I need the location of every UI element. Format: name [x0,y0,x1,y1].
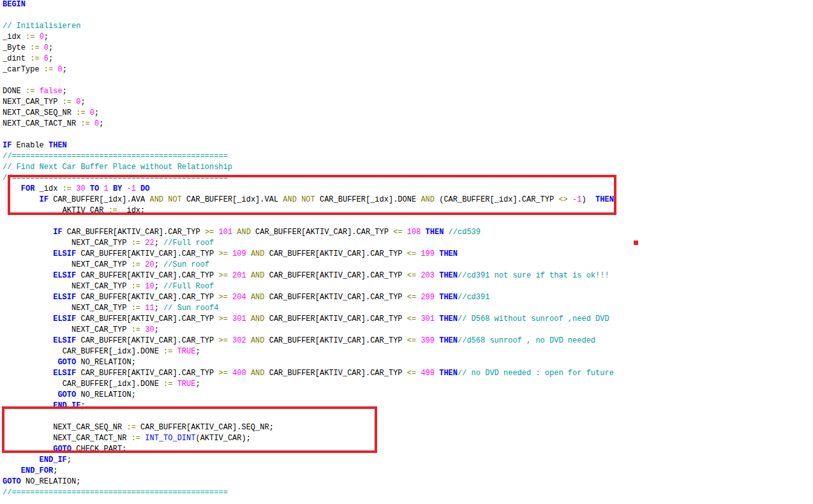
code-token: ELSIF [53,249,76,258]
code-token: NEXT_CAR_TYP [71,304,131,313]
code-token: CAR_BUFFER[AKTIV_CAR].CAR_TYP [76,369,218,378]
code-token: ; [99,119,103,128]
code-token: false [40,87,63,96]
code-token: 11 [145,304,154,313]
code-line: _idx := 0; [3,32,614,43]
code-token [40,54,44,63]
code-token [444,228,448,237]
code-token: //Sun roof [163,260,209,269]
code-token: //======================================… [3,152,228,161]
code-token: // Initialisieren [3,22,80,31]
code-token [228,336,232,345]
code-token: AND [251,315,265,323]
code-token: 6 [44,54,48,63]
code-token: GOTO [3,477,21,486]
code-token: ELSIF [53,315,76,323]
code-token: NEXT_CAR_TYP [3,98,63,107]
code-token: 400 [232,369,246,378]
code-token: ; [195,347,200,356]
code-token: //cd539 [449,228,481,237]
code-token: IF [3,141,11,150]
code-token: THEN [426,228,444,237]
code-token [228,271,232,280]
code-token: THEN [439,315,458,323]
code-token: 0 [57,65,62,74]
code-line: GOTO NO_RELATION; [3,477,614,487]
code-token: := [131,239,140,248]
code-line: ELSIF CAR_BUFFER[AKTIV_CAR].CAR_TYP >= 3… [3,314,614,325]
code-line: // Find Next Car Buffer Place without Re… [3,162,614,173]
code-token: THEN [439,293,458,302]
code-token: _carType [3,65,44,74]
code-token: AND [251,336,265,345]
code-token: CAR_BUFFER[AKTIV_CAR].CAR_TYP [76,336,218,345]
code-token [90,119,94,128]
code-token [86,108,90,117]
code-line: //======================================… [3,151,614,162]
code-token: //cd391 not sure if that is ok!!! [458,271,609,280]
code-line: NEXT_CAR_TYP := 30; [3,325,614,336]
code-token: 399 [421,336,435,345]
code-token: 204 [232,293,246,302]
code-token: 299 [421,293,435,302]
code-token: //Full roof [163,239,214,248]
code-token: <= [407,293,416,302]
code-token: 201 [232,271,246,280]
code-token: CAR_BUFFER[AKTIV_CAR].CAR_TYP [265,293,407,302]
code-line: CAR_BUFFER[_idx].DONE := TRUE; [3,379,614,390]
code-token: NEXT_CAR_TYP [71,325,131,334]
code-token: 0 [90,108,94,117]
code-token [34,33,39,41]
code-token [246,336,251,345]
code-token: 199 [421,249,435,258]
code-token: // Sun roof4 [163,304,218,313]
code-token: ; [53,466,57,475]
code-token: GOTO [57,390,76,399]
code-token: <= [393,228,402,237]
code-token: NO_RELATION; [21,477,81,486]
code-line [3,75,614,86]
code-token: 22 [145,239,154,248]
code-token: CAR_BUFFER[_idx].DONE [63,347,163,356]
code-token: 301 [421,315,435,323]
code-line: NEXT_CAR_TYP := 10; //Full Roof [3,281,614,292]
code-token [172,380,177,389]
code-line: END_FOR; [3,466,614,477]
code-token: := [63,98,71,107]
code-token: _dint [3,54,30,63]
code-token: CAR_BUFFER[AKTIV_CAR].CAR_TYP [265,249,407,258]
code-token: AND [251,271,265,280]
code-token: THEN [439,271,458,280]
code-line [3,216,614,227]
code-token: END_IF [40,456,67,464]
code-token: AND [251,369,265,378]
code-token: ; [63,87,67,96]
code-token: := [163,347,172,356]
code-token: BEGIN [3,0,26,9]
code-token: CAR_BUFFER[AKTIV_CAR].CAR_TYP [76,249,218,258]
code-line: ELSIF CAR_BUFFER[AKTIV_CAR].CAR_TYP >= 2… [3,292,614,303]
code-token: 499 [421,369,435,378]
code-token: ; [48,43,53,52]
code-token: 203 [421,271,435,280]
code-token [403,228,407,237]
code-token [172,347,177,356]
code-token: := [163,380,172,389]
code-token: >= [218,249,227,258]
code-line: GOTO NO_RELATION; [3,390,614,401]
annotation-box [2,406,377,453]
code-token: THEN [439,249,458,258]
code-token: CAR_BUFFER[_idx].DONE [63,380,163,389]
code-token: 0 [44,43,48,52]
code-line: ELSIF CAR_BUFFER[AKTIV_CAR].CAR_TYP >= 1… [3,249,614,260]
code-token: NEXT_CAR_TYP [71,239,131,248]
code-line: _dint := 6; [3,54,614,64]
code-line: GOTO NO_RELATION; [3,357,614,368]
code-token: <= [407,369,416,378]
code-line: NEXT_CAR_TYP := 0; [3,97,614,108]
code-token [228,293,232,302]
code-token: ; [80,98,85,107]
code-token: ; [195,380,200,389]
code-token: >= [218,369,227,378]
code-token: ELSIF [53,293,76,302]
